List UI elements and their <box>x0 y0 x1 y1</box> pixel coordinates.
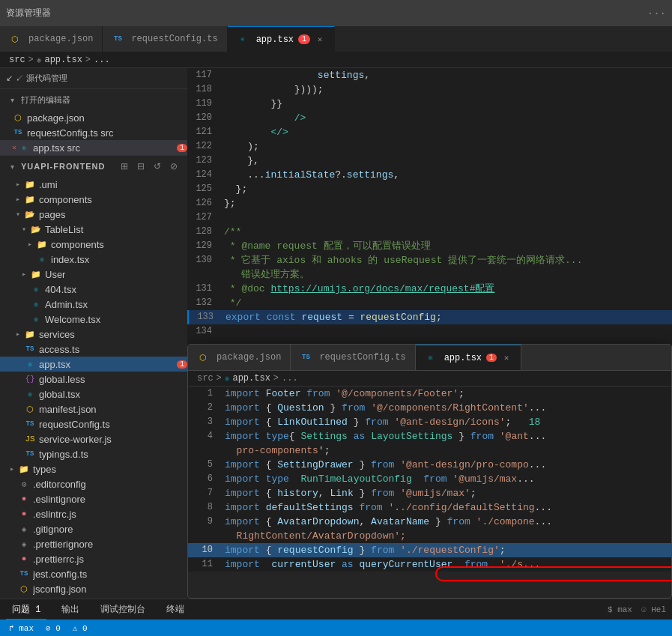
new-file-icon[interactable]: ⊞ <box>117 159 132 174</box>
tree-item-app[interactable]: ⚛ app.tsx 1 <box>0 357 187 372</box>
source-control-label: ↙ 源代码管理 <box>16 73 67 84</box>
tree-item-prettierignore[interactable]: ◈ .prettierignore <box>0 536 187 551</box>
file-icon-global-less: {} <box>24 373 36 385</box>
open-editors-header[interactable]: 打开的编辑器 <box>0 89 187 110</box>
tree-label-components: components <box>39 194 187 205</box>
tree-item-global-tsx[interactable]: ⚛ global.tsx <box>0 387 187 402</box>
status-warnings[interactable]: ⚠ 0 <box>70 623 91 633</box>
output-tab[interactable]: 输出 <box>55 600 85 619</box>
popup-line-3: 3 import { LinkOutlined } from '@ant-des… <box>188 415 671 429</box>
line-num-125: 125 <box>187 182 221 196</box>
tree-item-user[interactable]: 📁 User <box>0 267 187 282</box>
line-content-129: * @name request 配置，可以配置错误处理 <box>221 239 672 253</box>
sidebar-tree: 📁 .umi 📁 components 📂 pages 📂 TableList <box>0 177 187 599</box>
popup-line-2: 2 import { Question } from '@/components… <box>188 401 671 415</box>
open-editor-pkg-label: package.json <box>27 112 187 124</box>
tree-item-global-less[interactable]: {} global.less <box>0 372 187 387</box>
close-icon[interactable]: ✕ <box>12 143 16 152</box>
refresh-icon[interactable]: ↺ <box>150 159 165 174</box>
open-editors-arrow <box>6 94 18 106</box>
line-content-128: /** <box>221 225 672 239</box>
tab-bar: ⬡ package.json TS requestConfig.ts ⚛ app… <box>0 26 672 52</box>
popup-line-5: 5 import { SettingDrawer } from '@ant-de… <box>188 458 671 472</box>
line-content-126: }; <box>221 196 672 211</box>
tree-item-jsconfig[interactable]: ⬡ jsconfig.json <box>0 581 187 596</box>
open-editor-pkg[interactable]: ⬡ package.json <box>0 110 187 125</box>
tab-apptsx[interactable]: ⚛ app.tsx 1 ✕ <box>228 26 335 52</box>
line-content-117: settings, <box>221 68 672 82</box>
tree-item-typings[interactable]: TS typings.d.ts <box>0 446 187 461</box>
open-editor-app[interactable]: ✕ ⚛ app.tsx src 1 <box>0 140 187 155</box>
tree-item-editorconfig[interactable]: ⚙ .editorconfig <box>0 476 187 491</box>
code-line-128: 128 /** <box>187 225 672 239</box>
tree-item-service-worker[interactable]: JS service-worker.js <box>0 431 187 446</box>
popup-breadcrumb: src > ⚛ app.tsx > ... <box>188 371 671 387</box>
new-folder-icon[interactable]: ⊟ <box>133 159 148 174</box>
tree-item-eslintrc[interactable]: ● .eslintrc.js <box>0 506 187 521</box>
tree-item-reqconfig-file[interactable]: TS requestConfig.ts <box>0 417 187 431</box>
line-content-130a: 错误处理方案。 <box>221 267 672 282</box>
popup-lcontent-4: import type{ Settings as LayoutSettings … <box>222 429 671 443</box>
tree-item-tablelist[interactable]: 📂 TableList <box>0 222 187 237</box>
tree-item-access[interactable]: TS access.ts <box>0 342 187 357</box>
tree-label-user: User <box>45 269 187 280</box>
tree-item-eslintignore[interactable]: ● .eslintignore <box>0 491 187 506</box>
tree-label-tablelist: TableList <box>45 224 187 235</box>
open-editor-app-label: app.tsx src <box>33 142 177 154</box>
popup-tab-pkg-label: package.json <box>217 352 281 363</box>
popup-tab-app-close[interactable]: ✕ <box>501 353 512 363</box>
popup-tab-pkg[interactable]: ⬡ package.json <box>188 345 291 370</box>
tree-item-services[interactable]: 📁 services <box>0 327 187 342</box>
tree-arrow-components <box>12 193 24 205</box>
popup-line-9: 9 import { AvatarDropdown, AvatarName } … <box>188 515 671 529</box>
project-header[interactable]: YUAPI-FRONTEND ⊞ ⊟ ↺ ⊘ <box>0 156 187 177</box>
folder-icon-pages: 📂 <box>24 208 36 220</box>
popup-tab-app[interactable]: ⚛ app.tsx 1 ✕ <box>416 345 521 370</box>
tab-close-apptsx[interactable]: ✕ <box>315 34 325 45</box>
terminal-tab[interactable]: 终端 <box>160 600 190 619</box>
tree-item-tl-components[interactable]: 📁 components <box>0 237 187 252</box>
collapse-icon[interactable]: ⊘ <box>166 159 181 174</box>
tree-item-types[interactable]: 📁 types <box>0 461 187 476</box>
popup-code[interactable]: 1 import Footer from '@/components/Foote… <box>188 387 671 572</box>
tree-item-components[interactable]: 📁 components <box>0 192 187 207</box>
tree-arrow-pages <box>12 208 24 220</box>
popup-tab-reqconfig[interactable]: TS requestConfig.ts <box>291 345 415 370</box>
code-line-131: 131 * @doc https://umijs.org/docs/max/re… <box>187 282 672 296</box>
code-line-130: 130 * 它基于 axios 和 ahooks 的 useRequest 提供… <box>187 253 672 267</box>
debug-tab[interactable]: 调试控制台 <box>94 600 151 619</box>
open-editor-reqconfig[interactable]: TS requestConfig.ts src <box>0 125 187 140</box>
file-icon-jest: TS <box>18 568 30 580</box>
open-editor-pkg-icon: ⬡ <box>12 112 24 124</box>
source-control-header[interactable]: ↙ ↙ 源代码管理 <box>0 68 187 88</box>
tree-item-gitignore[interactable]: ◈ .gitignore <box>0 521 187 536</box>
popup-lcontent-2: import { Question } from '@/components/R… <box>222 401 671 415</box>
breadcrumb-src: src <box>9 55 25 65</box>
status-errors[interactable]: ⊘ 0 <box>43 623 64 633</box>
code-line-133: 133 export const request = requestConfig… <box>187 310 672 324</box>
file-icon-tl-index: ⚛ <box>36 253 48 265</box>
tree-label-prettierrc: .prettierrc.js <box>33 554 187 565</box>
tree-item-tl-index[interactable]: ⚛ index.tsx <box>0 252 187 267</box>
tree-item-manifest[interactable]: ⬡ manifest.json <box>0 402 187 417</box>
tree-item-jest[interactable]: TS jest.config.ts <box>0 566 187 581</box>
status-branch[interactable]: ↱ max <box>6 623 37 633</box>
file-icon-eslintignore: ● <box>18 493 30 505</box>
popup-line-9a: RightContent/AvatarDropdown'; <box>188 529 671 543</box>
tree-item-prettierrc[interactable]: ● .prettierrc.js <box>0 551 187 566</box>
tree-item-pages[interactable]: 📂 pages <box>0 207 187 222</box>
tab-requestconfig[interactable]: TS requestConfig.ts <box>103 26 227 52</box>
popup-lcontent-1: import Footer from '@/components/Footer'… <box>222 387 671 401</box>
tree-arrow-services <box>12 328 24 340</box>
tree-item-welcome[interactable]: ⚛ Welcome.tsx <box>0 312 187 327</box>
code-line-129: 129 * @name request 配置，可以配置错误处理 <box>187 239 672 253</box>
popup-lcontent-4a: pro-components'; <box>222 443 671 458</box>
tree-item-admin[interactable]: ⚛ Admin.tsx <box>0 297 187 312</box>
tree-item-404[interactable]: ⚛ 404.tsx <box>0 282 187 297</box>
line-num-131: 131 <box>187 282 221 296</box>
tree-item-umi[interactable]: 📁 .umi <box>0 177 187 192</box>
tab-package[interactable]: ⬡ package.json <box>0 26 103 52</box>
file-icon-jsconfig: ⬡ <box>18 583 30 595</box>
problem-tab[interactable]: 问题 1 <box>6 600 46 620</box>
popup-lcontent-11: import currentUser as queryCurrentUser f… <box>222 557 671 572</box>
